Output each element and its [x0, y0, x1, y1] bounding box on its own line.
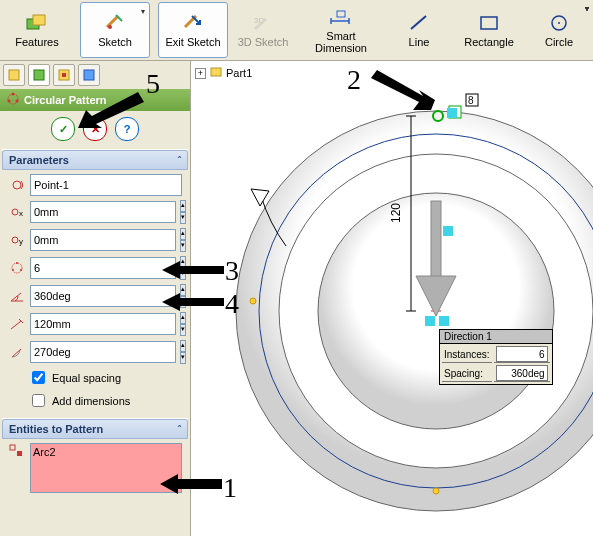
exit-sketch-button[interactable]: Exit Sketch: [158, 2, 228, 58]
sketch-button[interactable]: Sketch ▾: [80, 2, 150, 58]
arc-angle-icon: [8, 344, 26, 360]
circle-icon: [546, 12, 572, 34]
svg-point-15: [12, 93, 15, 96]
arc-angle-field[interactable]: [30, 341, 176, 363]
center-y-field[interactable]: [30, 229, 176, 251]
circle-label: Circle: [545, 36, 573, 48]
svg-rect-13: [84, 70, 94, 80]
center-point-field[interactable]: [30, 174, 182, 196]
svg-rect-48: [443, 226, 453, 236]
annotation-1: 1: [223, 472, 237, 504]
collapse-icon[interactable]: ˆ: [178, 155, 181, 166]
svg-rect-39: [431, 201, 441, 281]
svg-rect-28: [17, 451, 22, 456]
instance-count-icon: [8, 260, 26, 276]
total-angle-field[interactable]: [30, 285, 176, 307]
svg-marker-57: [162, 293, 224, 311]
center-y-spinner[interactable]: ▴▾: [180, 228, 186, 252]
svg-rect-50: [439, 316, 449, 326]
radius-field[interactable]: [30, 313, 176, 335]
svg-marker-58: [78, 92, 144, 128]
direction-callout-title: Direction 1: [440, 330, 552, 344]
entities-icon: [8, 443, 26, 459]
center-point-icon: [8, 177, 26, 193]
ok-button[interactable]: ✓: [51, 117, 75, 141]
exit-sketch-label: Exit Sketch: [165, 36, 220, 48]
svg-rect-47: [447, 108, 457, 118]
dimension-value[interactable]: 120: [389, 203, 403, 223]
svg-point-25: [20, 269, 22, 271]
annotation-arrow-5: [78, 92, 148, 136]
svg-marker-41: [251, 189, 269, 206]
graphics-viewport[interactable]: + Part1: [191, 61, 593, 536]
sketch-graphics: ⌀ 8: [191, 61, 593, 536]
sketch-label: Sketch: [98, 36, 132, 48]
svg-rect-1: [33, 15, 45, 25]
entities-header[interactable]: Entities to Pattern ˆ: [2, 419, 188, 439]
instance-count-field[interactable]: [30, 257, 176, 279]
svg-rect-10: [34, 70, 44, 80]
features-label: Features: [15, 36, 58, 48]
annotation-3: 3: [225, 255, 239, 287]
radius-icon: [8, 316, 26, 332]
panel-tab-dim[interactable]: [78, 64, 100, 86]
equal-spacing-checkbox[interactable]: Equal spacing: [28, 368, 182, 387]
features-button[interactable]: Features ▾: [2, 2, 72, 58]
exit-sketch-icon: [180, 12, 206, 34]
spacing-label: Spacing:: [442, 365, 492, 382]
smart-dimension-icon: [328, 6, 354, 28]
3d-sketch-icon: 3D: [250, 12, 276, 34]
svg-marker-55: [371, 70, 435, 110]
sketch-icon: [102, 12, 128, 34]
annotation-arrow-2: [365, 70, 435, 118]
panel-tab-property-manager[interactable]: [28, 64, 50, 86]
panel-tab-config[interactable]: [53, 64, 75, 86]
line-label: Line: [409, 36, 430, 48]
arc-angle-spinner[interactable]: ▴▾: [180, 340, 186, 364]
direction-callout: Direction 1 Instances: Spacing:: [439, 329, 553, 385]
spacing-value[interactable]: [496, 365, 548, 381]
parameters-section: Parameters ˆ x ▴▾ y: [2, 149, 188, 414]
circular-pattern-icon: [6, 92, 20, 108]
center-y-icon: y: [8, 232, 26, 248]
svg-text:8: 8: [468, 95, 474, 106]
svg-point-16: [16, 100, 19, 103]
svg-point-52: [433, 488, 439, 494]
svg-point-21: [12, 237, 18, 243]
svg-point-26: [12, 269, 14, 271]
svg-rect-4: [337, 11, 345, 17]
line-icon: [406, 12, 432, 34]
equal-spacing-input[interactable]: [32, 371, 45, 384]
svg-point-7: [558, 22, 560, 24]
svg-rect-12: [62, 73, 66, 77]
svg-point-2: [108, 25, 112, 29]
radius-spinner[interactable]: ▴▾: [180, 312, 186, 336]
instances-value[interactable]: [496, 346, 548, 362]
add-dimensions-input[interactable]: [32, 394, 45, 407]
line-button[interactable]: Line ▾: [384, 2, 454, 58]
panel-tab-feature-tree[interactable]: [3, 64, 25, 86]
collapse-icon[interactable]: ˆ: [178, 424, 181, 435]
svg-rect-27: [10, 445, 15, 450]
add-dimensions-checkbox[interactable]: Add dimensions: [28, 391, 182, 410]
equal-spacing-label: Equal spacing: [52, 372, 121, 384]
annotation-arrow-4: [162, 292, 224, 312]
smart-dimension-button[interactable]: Smart Dimension ▾: [306, 2, 376, 58]
rectangle-label: Rectangle: [464, 36, 514, 48]
svg-rect-9: [9, 70, 19, 80]
entities-title: Entities to Pattern: [9, 423, 103, 435]
center-x-field[interactable]: [30, 201, 176, 223]
svg-text:x: x: [19, 209, 23, 218]
svg-point-24: [16, 262, 18, 264]
panel-tabs: [0, 61, 190, 89]
center-x-spinner[interactable]: ▴▾: [180, 200, 186, 224]
svg-point-51: [250, 298, 256, 304]
svg-marker-54: [160, 474, 222, 494]
circle-button[interactable]: Circle ▾: [524, 2, 593, 58]
list-item[interactable]: Arc2: [33, 446, 179, 458]
rectangle-button[interactable]: Rectangle ▾: [454, 2, 524, 58]
parameters-header[interactable]: Parameters ˆ: [2, 150, 188, 170]
annotation-arrow-3: [162, 260, 224, 280]
svg-point-17: [8, 100, 11, 103]
svg-rect-49: [425, 316, 435, 326]
